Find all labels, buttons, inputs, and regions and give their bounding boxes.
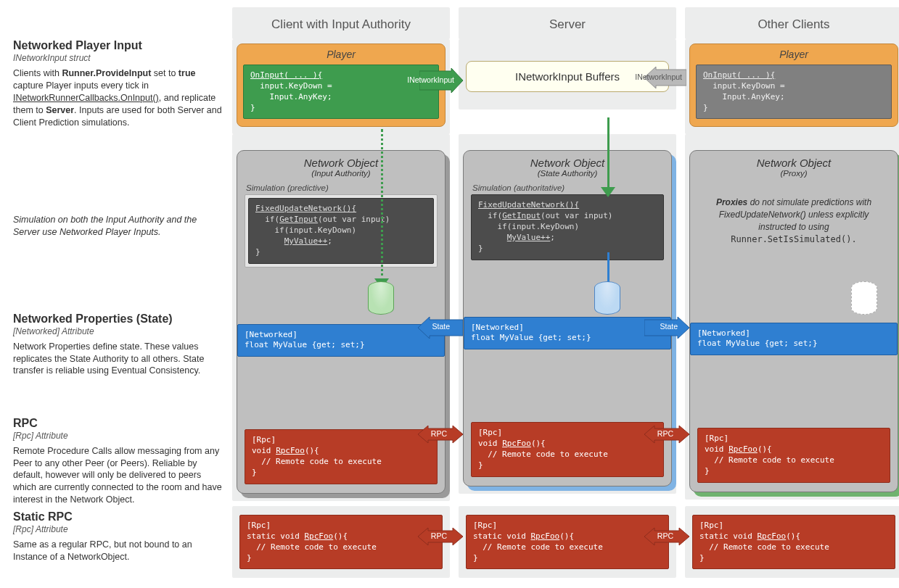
- code-srpc-server: [Rpc] static void RpcFoo(){ // Remote co…: [466, 515, 669, 569]
- body: Network Properties define state. These v…: [13, 341, 223, 378]
- label-rpc: RPC: [431, 531, 447, 540]
- netobj-input-authority: Network Object (Input Authority) Simulat…: [237, 150, 446, 493]
- code-rpc-server: [Rpc] void RpcFoo(){ // Remote code to e…: [471, 422, 664, 476]
- code-oninput-other: OnInput( ... ){ input.KeyDown = Input.An…: [696, 65, 892, 119]
- label-inetworkinput: INetworkInput: [407, 75, 454, 84]
- lane-server-player: INetworkInput Buffers INetworkInput: [459, 39, 676, 109]
- player-title: Player: [243, 49, 439, 60]
- player-box-other: Player OnInput( ... ){ input.KeyDown = I…: [689, 44, 898, 127]
- side-rpc: RPC [Rpc] Attribute Remote Procedure Cal…: [13, 417, 223, 506]
- heading: RPC: [13, 417, 223, 430]
- side-networked-props: Networked Properties (State) [Networked]…: [13, 312, 223, 378]
- body: Clients with Runner.ProvideInput set to …: [13, 67, 223, 128]
- code-state-server: [Networked] float MyValue {get; set;}: [464, 317, 671, 350]
- label-state: State: [660, 322, 678, 331]
- diagram-root: Client with Input Authority Server Other…: [13, 7, 892, 578]
- cylinder-green: [368, 281, 394, 315]
- heading: Static RPC: [13, 510, 223, 523]
- player-box-client: Player OnInput( ... ){ input.KeyDown = I…: [237, 44, 446, 127]
- proxy-note: Proxies do not simulate predictions with…: [697, 183, 890, 252]
- lane-client-player: Player OnInput( ... ){ input.KeyDown = I…: [232, 39, 450, 134]
- arrowhead-green-in: [601, 187, 615, 197]
- netobj-sub: (Proxy): [697, 169, 890, 178]
- col-header-others: Other Clients: [689, 12, 898, 39]
- side-static-rpc: Static RPC [Rpc] Attribute Same as a reg…: [13, 506, 223, 563]
- code-fixedupdate-client: FixedUpdateNetwork(){ if(GetInput(out va…: [248, 198, 434, 263]
- lane-server-srpc: [Rpc] static void RpcFoo(){ // Remote co…: [459, 506, 676, 578]
- netobj-title: Network Object: [245, 157, 438, 169]
- netobj-state-authority: Network Object (State Authority) Simulat…: [463, 150, 672, 486]
- subheading: [Networked] Attribute: [13, 326, 223, 336]
- code-srpc-client: [Rpc] static void RpcFoo(){ // Remote co…: [239, 515, 443, 569]
- svg-marker-6: [601, 187, 615, 197]
- side-sim: Simulation on both the Input Authority a…: [13, 134, 223, 239]
- lane-client-srpc: [Rpc] static void RpcFoo(){ // Remote co…: [232, 506, 450, 578]
- cylinder-white: [851, 281, 877, 315]
- player-title: Player: [696, 49, 892, 60]
- label-rpc: RPC: [431, 429, 447, 438]
- body: Same as a regular RPC, but not bound to …: [13, 539, 223, 563]
- code-rpc-client: [Rpc] void RpcFoo(){ // Remote code to e…: [245, 429, 438, 484]
- netobj-proxy: Network Object (Proxy) Proxies do not si…: [689, 150, 898, 492]
- col-header-client: Client with Input Authority: [237, 12, 446, 39]
- sim-label: Simulation (authoritative): [472, 183, 664, 192]
- lane-client-netobj: Network Object (Input Authority) Simulat…: [232, 134, 450, 500]
- flow-green-in: [607, 117, 609, 190]
- label-inetworkinput-gray: INetworkInput: [635, 73, 682, 81]
- body: Simulation on both the Input Authority a…: [13, 215, 197, 237]
- lane-other-player: Player OnInput( ... ){ input.KeyDown = I…: [685, 39, 899, 134]
- subheading: [Rpc] Attribute: [13, 431, 223, 441]
- lane-server-netobj: Network Object (State Authority) Simulat…: [459, 134, 676, 493]
- subheading: INetworkInput struct: [13, 53, 223, 63]
- code-fixedupdate-server: FixedUpdateNetwork(){ if(GetInput(out va…: [471, 194, 664, 260]
- sim-label: Simulation (predictive): [246, 183, 438, 192]
- cylinder-blue: [594, 281, 620, 315]
- subheading: [Rpc] Attribute: [13, 524, 223, 534]
- netobj-sub: (Input Authority): [245, 169, 438, 178]
- netobj-title: Network Object: [697, 157, 890, 169]
- code-srpc-other: [Rpc] static void RpcFoo(){ // Remote co…: [692, 515, 895, 569]
- body: Remote Procedure Calls allow messaging f…: [13, 445, 223, 506]
- label-rpc: RPC: [657, 429, 673, 438]
- flow-dotted-green: [381, 129, 383, 281]
- lane-other-srpc: [Rpc] static void RpcFoo(){ // Remote co…: [685, 506, 899, 578]
- code-state-client: [Networked] float MyValue {get; set;}: [237, 324, 445, 357]
- netobj-sub: (State Authority): [471, 169, 664, 178]
- code-rpc-proxy: [Rpc] void RpcFoo(){ // Remote code to e…: [697, 428, 890, 482]
- label-state: State: [432, 322, 450, 331]
- col-header-server: Server: [463, 12, 672, 39]
- code-oninput-client: OnInput( ... ){ input.KeyDown = Input.An…: [243, 65, 439, 119]
- side-networked-input: Networked Player Input INetworkInput str…: [13, 39, 223, 128]
- heading: Networked Player Input: [13, 39, 223, 52]
- label-rpc: RPC: [657, 531, 673, 540]
- heading: Networked Properties (State): [13, 312, 223, 326]
- code-state-proxy: [Networked] float MyValue {get; set;}: [690, 323, 898, 356]
- netobj-title: Network Object: [471, 157, 664, 169]
- lane-other-netobj: Network Object (Proxy) Proxies do not si…: [685, 134, 899, 499]
